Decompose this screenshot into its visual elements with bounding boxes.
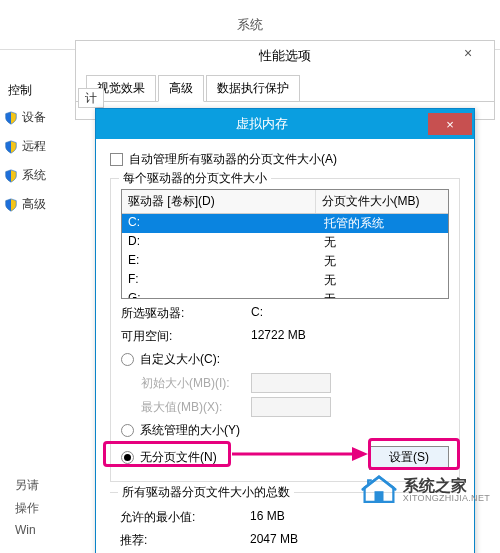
free-space-row: 可用空间: 12722 MB <box>121 328 449 345</box>
radio-icon[interactable] <box>121 451 134 464</box>
shield-icon <box>4 169 18 183</box>
radio-icon[interactable] <box>121 353 134 366</box>
svg-rect-2 <box>374 491 383 502</box>
close-button[interactable]: × <box>448 45 488 65</box>
drive-list-header: 驱动器 [卷标](D) 分页文件大小(MB) <box>122 190 448 214</box>
max-size-input <box>251 397 331 417</box>
radio-custom-size[interactable]: 自定义大小(C): <box>121 351 449 368</box>
watermark-subtitle: XITONGZHIJIA.NET <box>403 494 490 503</box>
selected-drive-row: 所选驱动器: C: <box>121 305 449 322</box>
drive-row[interactable]: E:无 <box>122 252 448 271</box>
sidebar-item[interactable]: 远程 <box>0 132 80 161</box>
shield-icon <box>4 140 18 154</box>
min-allowed-row: 允许的最小值: 16 MB <box>120 509 450 526</box>
drive-row[interactable]: D:无 <box>122 233 448 252</box>
initial-size-input <box>251 373 331 393</box>
group-label: 每个驱动器的分页文件大小 <box>119 170 271 187</box>
sidebar-footer: 另请 操作 Win <box>15 471 39 543</box>
recommended-row: 推荐: 2047 MB <box>120 532 450 549</box>
tab-dep[interactable]: 数据执行保护 <box>206 75 300 101</box>
control-panel-sidebar: 控制 设备 远程 系统 高级 <box>0 70 80 553</box>
vm-title-text: 虚拟内存 <box>96 115 428 133</box>
per-drive-group: 每个驱动器的分页文件大小 驱动器 [卷标](D) 分页文件大小(MB) C:托管… <box>110 178 460 482</box>
perf-title: 性能选项 <box>76 41 494 71</box>
watermark: 系统之家 XITONGZHIJIA.NET <box>361 475 490 505</box>
max-size-row: 最大值(MB)(X): <box>141 397 449 417</box>
set-button[interactable]: 设置(S) <box>369 446 449 470</box>
radio-icon[interactable] <box>121 424 134 437</box>
auto-manage-label: 自动管理所有驱动器的分页文件大小(A) <box>129 151 337 168</box>
drive-row[interactable]: F:无 <box>122 271 448 290</box>
shield-icon <box>4 198 18 212</box>
sidebar-item[interactable]: 高级 <box>0 190 80 219</box>
checkbox-icon[interactable] <box>110 153 123 166</box>
vm-titlebar[interactable]: 虚拟内存 × <box>96 109 474 139</box>
inner-tab-fragment: 计 <box>78 90 106 107</box>
initial-size-row: 初始大小(MB)(I): <box>141 373 449 393</box>
watermark-title: 系统之家 <box>403 478 490 494</box>
sidebar-header: 控制 <box>0 78 80 103</box>
house-icon <box>361 475 397 505</box>
drive-row[interactable]: C:托管的系统 <box>122 214 448 233</box>
sidebar-item[interactable]: 系统 <box>0 161 80 190</box>
drive-list[interactable]: 驱动器 [卷标](D) 分页文件大小(MB) C:托管的系统 D:无 E:无 F… <box>121 189 449 299</box>
radio-system-managed[interactable]: 系统管理的大小(Y) <box>121 422 449 439</box>
sidebar-item[interactable]: 设备 <box>0 103 80 132</box>
auto-manage-checkbox-row[interactable]: 自动管理所有驱动器的分页文件大小(A) <box>110 151 460 168</box>
group-label: 所有驱动器分页文件大小的总数 <box>118 484 294 501</box>
perf-tabs: 视觉效果 高级 数据执行保护 <box>76 75 494 102</box>
close-button[interactable]: × <box>428 113 472 135</box>
radio-no-paging-file[interactable]: 无分页文件(N) <box>121 449 217 466</box>
drive-row[interactable]: G:无 <box>122 290 448 299</box>
shield-icon <box>4 111 18 125</box>
tab-advanced[interactable]: 高级 <box>158 75 204 102</box>
